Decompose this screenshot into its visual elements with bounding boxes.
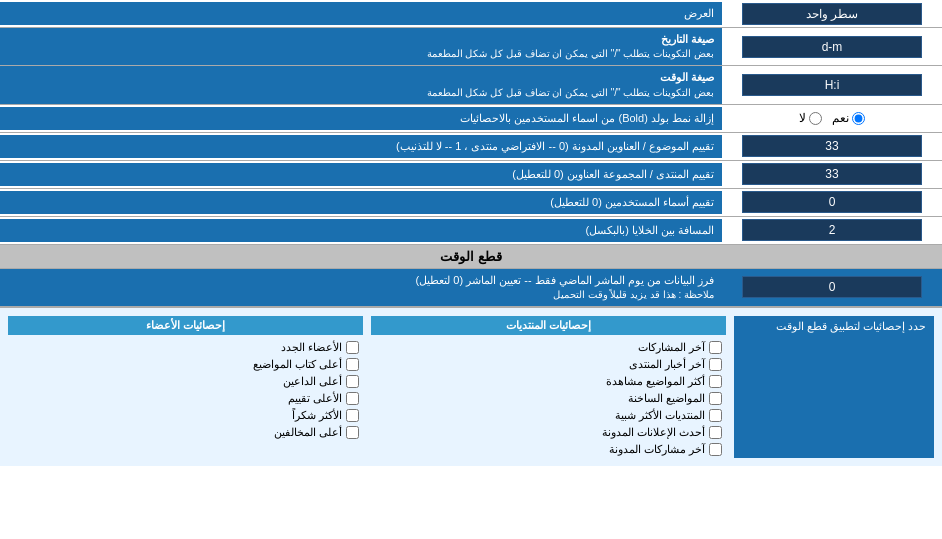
bold-radio-yes[interactable] [852,112,865,125]
display-mode-label: العرض [0,2,722,25]
cb-top-inviter: أعلى الداعين [8,373,363,390]
bold-remove-label: إزالة نمط بولد (Bold) من اسماء المستخدمي… [0,107,722,130]
member-stats-header: إحصائيات الأعضاء [8,316,363,335]
username-order-input-wrapper [722,189,942,215]
cb-top-inviter-label: أعلى الداعين [283,375,342,388]
cb-latest-news: أحدث الإعلانات المدونة [371,424,726,441]
cb-top-rated: الأعلى تقييم [8,390,363,407]
cb-similar-forums: المنتديات الأكثر شبية [371,407,726,424]
topic-order-input-wrapper [722,133,942,159]
cutoff-section-header: قطع الوقت [0,245,942,269]
cb-top-violators-input[interactable] [346,426,359,439]
forum-order-input[interactable] [742,163,922,185]
cutoff-main-label: فرز البيانات من يوم الماشر الماضي فقط --… [8,273,714,288]
time-format-label: صيغة الوقت بعض التكوينات يتطلب "/" التي … [0,66,722,103]
cell-spacing-label: المسافة بين الخلايا (بالبكسل) [0,219,722,242]
checkboxes-grid: حدد إحصائيات لتطبيق قطع الوقت إحصائيات ا… [8,316,934,458]
cb-top-rated-input[interactable] [346,392,359,405]
cb-most-thanks: الأكثر شكراً [8,407,363,424]
cb-top-rated-label: الأعلى تقييم [288,392,342,405]
display-mode-select[interactable]: سطر واحد سطران [742,3,922,25]
cb-top-violators: أعلى المخالفين [8,424,363,441]
cb-top-inviter-input[interactable] [346,375,359,388]
member-stats-col: إحصائيات الأعضاء الأعضاء الجدد أعلى كتاب… [8,316,363,458]
forum-stats-header: إحصائيات المنتديات [371,316,726,335]
cb-hot-topics-label: المواضيع الساخنة [628,392,705,405]
time-format-input[interactable] [742,74,922,96]
cb-blog-posts: آخر مشاركات المدونة [371,441,726,458]
cb-forum-news: آخر أخبار المنتدى [371,356,726,373]
bold-radio-yes-text: نعم [832,111,849,125]
cell-spacing-row: المسافة بين الخلايا (بالبكسل) [0,217,942,245]
topic-order-input[interactable] [742,135,922,157]
date-format-title: صيغة التاريخ [8,32,714,47]
cutoff-note: ملاحظة : هذا قد يزيد قليلاً وقت التحميل [8,288,714,302]
cb-new-members: الأعضاء الجدد [8,339,363,356]
date-format-note: بعض التكوينات يتطلب "/" التي يمكن ان تضا… [8,47,714,61]
forum-order-input-wrapper [722,161,942,187]
cb-forum-news-input[interactable] [709,358,722,371]
cell-spacing-input-wrapper [722,217,942,243]
time-format-title: صيغة الوقت [8,70,714,85]
stats-apply-label: حدد إحصائيات لتطبيق قطع الوقت [734,316,934,458]
cb-top-posters-input[interactable] [346,358,359,371]
cutoff-input-wrapper [722,269,942,306]
topic-order-label: تقييم الموضوع / العناوين المدونة (0 -- ا… [0,135,722,158]
username-order-label: تقييم أسماء المستخدمين (0 للتعطيل) [0,191,722,214]
cb-most-viewed-input[interactable] [709,375,722,388]
cb-similar-forums-input[interactable] [709,409,722,422]
cb-hot-topics: المواضيع الساخنة [371,390,726,407]
time-format-input-wrapper [722,72,942,98]
cb-hot-topics-input[interactable] [709,392,722,405]
forum-stats-col: إحصائيات المنتديات آخر المشاركات آخر أخب… [371,316,726,458]
cb-last-posts-label: آخر المشاركات [638,341,705,354]
date-format-input-wrapper [722,34,942,60]
date-format-label: صيغة التاريخ بعض التكوينات يتطلب "/" الت… [0,28,722,65]
date-format-row: صيغة التاريخ بعض التكوينات يتطلب "/" الت… [0,28,942,66]
bold-radio-no-label[interactable]: لا [799,111,822,125]
cb-similar-forums-label: المنتديات الأكثر شبية [615,409,705,422]
cb-latest-news-input[interactable] [709,426,722,439]
date-format-input[interactable] [742,36,922,58]
cb-new-members-input[interactable] [346,341,359,354]
cb-last-posts-input[interactable] [709,341,722,354]
cb-top-posters: أعلى كتاب المواضيع [8,356,363,373]
topic-order-row: تقييم الموضوع / العناوين المدونة (0 -- ا… [0,133,942,161]
bold-radio-yes-label[interactable]: نعم [832,111,865,125]
cell-spacing-input[interactable] [742,219,922,241]
username-order-row: تقييم أسماء المستخدمين (0 للتعطيل) [0,189,942,217]
cutoff-label: فرز البيانات من يوم الماشر الماضي فقط --… [0,269,722,306]
time-format-row: صيغة الوقت بعض التكوينات يتطلب "/" التي … [0,66,942,104]
display-mode-row: سطر واحد سطران العرض [0,0,942,28]
forum-order-label: تقييم المنتدى / المجموعة العناوين (0 للت… [0,163,722,186]
time-format-note: بعض التكوينات يتطلب "/" التي يمكن ان تضا… [8,86,714,100]
cb-blog-posts-input[interactable] [709,443,722,456]
bold-remove-radio-group: نعم لا [799,111,865,125]
cb-top-violators-label: أعلى المخالفين [274,426,342,439]
cb-last-posts: آخر المشاركات [371,339,726,356]
cb-latest-news-label: أحدث الإعلانات المدونة [602,426,705,439]
cutoff-input[interactable] [742,276,922,298]
cutoff-row: فرز البيانات من يوم الماشر الماضي فقط --… [0,269,942,307]
checkboxes-area: حدد إحصائيات لتطبيق قطع الوقت إحصائيات ا… [0,307,942,466]
username-order-input[interactable] [742,191,922,213]
bold-radio-no-text: لا [799,111,806,125]
cb-forum-news-label: آخر أخبار المنتدى [629,358,705,371]
display-mode-input-wrapper: سطر واحد سطران [722,1,942,27]
bold-remove-row: نعم لا إزالة نمط بولد (Bold) من اسماء ال… [0,105,942,133]
cb-blog-posts-label: آخر مشاركات المدونة [609,443,705,456]
cb-most-viewed-label: أكثر المواضيع مشاهدة [606,375,705,388]
bold-radio-no[interactable] [809,112,822,125]
cb-new-members-label: الأعضاء الجدد [281,341,342,354]
cb-most-thanks-label: الأكثر شكراً [292,409,342,422]
forum-order-row: تقييم المنتدى / المجموعة العناوين (0 للت… [0,161,942,189]
cb-top-posters-label: أعلى كتاب المواضيع [253,358,342,371]
cb-most-viewed: أكثر المواضيع مشاهدة [371,373,726,390]
bold-remove-input-wrapper: نعم لا [722,109,942,127]
cb-most-thanks-input[interactable] [346,409,359,422]
